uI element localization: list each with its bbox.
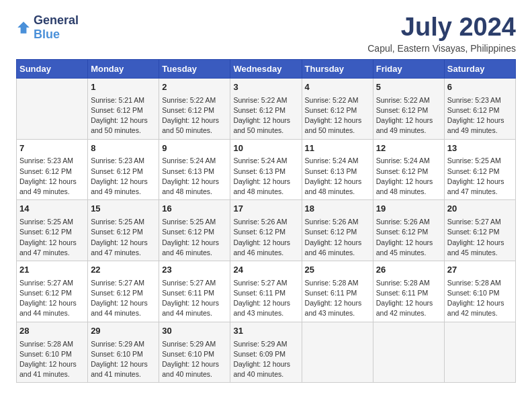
calendar-cell: 11Sunrise: 5:24 AM Sunset: 6:13 PM Dayli… xyxy=(302,139,373,200)
cell-info: Sunrise: 5:25 AM Sunset: 6:12 PM Dayligh… xyxy=(162,217,227,258)
title-area: July 2024 Capul, Eastern Visayas, Philip… xyxy=(367,13,516,54)
logo-icon xyxy=(16,20,31,35)
cell-info: Sunrise: 5:23 AM Sunset: 6:12 PM Dayligh… xyxy=(447,95,513,136)
calendar-cell: 31Sunrise: 5:29 AM Sunset: 6:09 PM Dayli… xyxy=(230,322,302,383)
calendar-cell: 27Sunrise: 5:28 AM Sunset: 6:10 PM Dayli… xyxy=(444,261,515,322)
day-number: 28 xyxy=(19,325,85,338)
calendar-cell: 6Sunrise: 5:23 AM Sunset: 6:12 PM Daylig… xyxy=(444,78,515,139)
cell-info: Sunrise: 5:27 AM Sunset: 6:11 PM Dayligh… xyxy=(233,278,298,319)
header-cell-monday: Monday xyxy=(88,59,159,78)
calendar-cell: 8Sunrise: 5:23 AM Sunset: 6:12 PM Daylig… xyxy=(88,139,159,200)
day-number: 9 xyxy=(162,142,227,155)
cell-info: Sunrise: 5:28 AM Sunset: 6:11 PM Dayligh… xyxy=(376,278,441,319)
page-title: July 2024 xyxy=(367,13,516,42)
calendar-cell: 14Sunrise: 5:25 AM Sunset: 6:12 PM Dayli… xyxy=(17,200,88,261)
cell-info: Sunrise: 5:21 AM Sunset: 6:12 PM Dayligh… xyxy=(91,95,156,136)
cell-info: Sunrise: 5:25 AM Sunset: 6:12 PM Dayligh… xyxy=(19,217,85,258)
day-number: 11 xyxy=(305,142,370,155)
calendar-cell: 21Sunrise: 5:27 AM Sunset: 6:12 PM Dayli… xyxy=(17,261,88,322)
calendar-cell: 20Sunrise: 5:27 AM Sunset: 6:12 PM Dayli… xyxy=(444,200,515,261)
logo-blue: Blue xyxy=(34,28,60,41)
day-number: 18 xyxy=(305,203,370,216)
day-number: 6 xyxy=(447,81,513,94)
calendar-cell: 30Sunrise: 5:29 AM Sunset: 6:10 PM Dayli… xyxy=(159,322,230,383)
logo-general: General xyxy=(34,13,79,27)
cell-info: Sunrise: 5:22 AM Sunset: 6:12 PM Dayligh… xyxy=(233,95,298,136)
cell-info: Sunrise: 5:29 AM Sunset: 6:09 PM Dayligh… xyxy=(233,339,298,380)
day-number: 16 xyxy=(162,203,227,216)
day-number: 5 xyxy=(376,81,441,94)
cell-info: Sunrise: 5:27 AM Sunset: 6:11 PM Dayligh… xyxy=(162,278,227,319)
cell-info: Sunrise: 5:25 AM Sunset: 6:12 PM Dayligh… xyxy=(447,156,513,197)
day-number: 23 xyxy=(162,264,227,277)
day-number: 8 xyxy=(91,142,156,155)
cell-info: Sunrise: 5:24 AM Sunset: 6:13 PM Dayligh… xyxy=(305,156,370,197)
calendar-cell: 29Sunrise: 5:29 AM Sunset: 6:10 PM Dayli… xyxy=(88,322,159,383)
day-number: 2 xyxy=(162,81,227,94)
calendar-cell: 7Sunrise: 5:23 AM Sunset: 6:12 PM Daylig… xyxy=(17,139,88,200)
cell-info: Sunrise: 5:26 AM Sunset: 6:12 PM Dayligh… xyxy=(376,217,441,258)
day-number: 4 xyxy=(305,81,370,94)
day-number: 10 xyxy=(233,142,298,155)
header-cell-sunday: Sunday xyxy=(17,59,88,78)
cell-info: Sunrise: 5:22 AM Sunset: 6:12 PM Dayligh… xyxy=(305,95,370,136)
day-number: 12 xyxy=(376,142,441,155)
day-number: 21 xyxy=(19,264,85,277)
day-number: 29 xyxy=(91,325,156,338)
calendar-cell: 9Sunrise: 5:24 AM Sunset: 6:13 PM Daylig… xyxy=(159,139,230,200)
day-number: 31 xyxy=(233,325,298,338)
header-cell-friday: Friday xyxy=(373,59,444,78)
day-number: 22 xyxy=(91,264,156,277)
week-row-4: 28Sunrise: 5:28 AM Sunset: 6:10 PM Dayli… xyxy=(17,322,516,383)
calendar-cell: 23Sunrise: 5:27 AM Sunset: 6:11 PM Dayli… xyxy=(159,261,230,322)
calendar-cell: 25Sunrise: 5:28 AM Sunset: 6:11 PM Dayli… xyxy=(302,261,373,322)
day-number: 15 xyxy=(91,203,156,216)
header-cell-wednesday: Wednesday xyxy=(230,59,302,78)
week-row-1: 7Sunrise: 5:23 AM Sunset: 6:12 PM Daylig… xyxy=(17,139,516,200)
day-number: 19 xyxy=(376,203,441,216)
cell-info: Sunrise: 5:24 AM Sunset: 6:13 PM Dayligh… xyxy=(162,156,227,197)
header-cell-tuesday: Tuesday xyxy=(159,59,230,78)
logo: General Blue xyxy=(16,13,79,42)
svg-marker-0 xyxy=(17,21,30,34)
day-number: 3 xyxy=(233,81,298,94)
cell-info: Sunrise: 5:23 AM Sunset: 6:12 PM Dayligh… xyxy=(19,156,85,197)
calendar-cell: 4Sunrise: 5:22 AM Sunset: 6:12 PM Daylig… xyxy=(302,78,373,139)
day-number: 25 xyxy=(305,264,370,277)
cell-info: Sunrise: 5:26 AM Sunset: 6:12 PM Dayligh… xyxy=(305,217,370,258)
calendar-cell: 10Sunrise: 5:24 AM Sunset: 6:13 PM Dayli… xyxy=(230,139,302,200)
cell-info: Sunrise: 5:29 AM Sunset: 6:10 PM Dayligh… xyxy=(162,339,227,380)
cell-info: Sunrise: 5:29 AM Sunset: 6:10 PM Dayligh… xyxy=(91,339,156,380)
calendar-cell: 13Sunrise: 5:25 AM Sunset: 6:12 PM Dayli… xyxy=(444,139,515,200)
day-number: 20 xyxy=(447,203,513,216)
calendar-cell xyxy=(302,322,373,383)
page-header: General Blue July 2024 Capul, Eastern Vi… xyxy=(16,13,516,54)
calendar-cell: 3Sunrise: 5:22 AM Sunset: 6:12 PM Daylig… xyxy=(230,78,302,139)
calendar-cell: 17Sunrise: 5:26 AM Sunset: 6:12 PM Dayli… xyxy=(230,200,302,261)
page-subtitle: Capul, Eastern Visayas, Philippines xyxy=(367,43,516,54)
calendar-cell: 26Sunrise: 5:28 AM Sunset: 6:11 PM Dayli… xyxy=(373,261,444,322)
calendar-cell: 16Sunrise: 5:25 AM Sunset: 6:12 PM Dayli… xyxy=(159,200,230,261)
cell-info: Sunrise: 5:25 AM Sunset: 6:12 PM Dayligh… xyxy=(91,217,156,258)
day-number: 13 xyxy=(447,142,513,155)
calendar-cell: 18Sunrise: 5:26 AM Sunset: 6:12 PM Dayli… xyxy=(302,200,373,261)
calendar-cell: 5Sunrise: 5:22 AM Sunset: 6:12 PM Daylig… xyxy=(373,78,444,139)
day-number: 30 xyxy=(162,325,227,338)
cell-info: Sunrise: 5:27 AM Sunset: 6:12 PM Dayligh… xyxy=(447,217,513,258)
calendar-cell: 15Sunrise: 5:25 AM Sunset: 6:12 PM Dayli… xyxy=(88,200,159,261)
cell-info: Sunrise: 5:28 AM Sunset: 6:11 PM Dayligh… xyxy=(305,278,370,319)
week-row-2: 14Sunrise: 5:25 AM Sunset: 6:12 PM Dayli… xyxy=(17,200,516,261)
cell-info: Sunrise: 5:27 AM Sunset: 6:12 PM Dayligh… xyxy=(91,278,156,319)
day-number: 17 xyxy=(233,203,298,216)
calendar-cell: 19Sunrise: 5:26 AM Sunset: 6:12 PM Dayli… xyxy=(373,200,444,261)
calendar-cell: 22Sunrise: 5:27 AM Sunset: 6:12 PM Dayli… xyxy=(88,261,159,322)
week-row-3: 21Sunrise: 5:27 AM Sunset: 6:12 PM Dayli… xyxy=(17,261,516,322)
cell-info: Sunrise: 5:22 AM Sunset: 6:12 PM Dayligh… xyxy=(376,95,441,136)
calendar-body: 1Sunrise: 5:21 AM Sunset: 6:12 PM Daylig… xyxy=(17,78,516,383)
day-number: 27 xyxy=(447,264,513,277)
calendar-cell: 2Sunrise: 5:22 AM Sunset: 6:12 PM Daylig… xyxy=(159,78,230,139)
week-row-0: 1Sunrise: 5:21 AM Sunset: 6:12 PM Daylig… xyxy=(17,78,516,139)
cell-info: Sunrise: 5:26 AM Sunset: 6:12 PM Dayligh… xyxy=(233,217,298,258)
calendar-cell xyxy=(17,78,88,139)
cell-info: Sunrise: 5:23 AM Sunset: 6:12 PM Dayligh… xyxy=(91,156,156,197)
